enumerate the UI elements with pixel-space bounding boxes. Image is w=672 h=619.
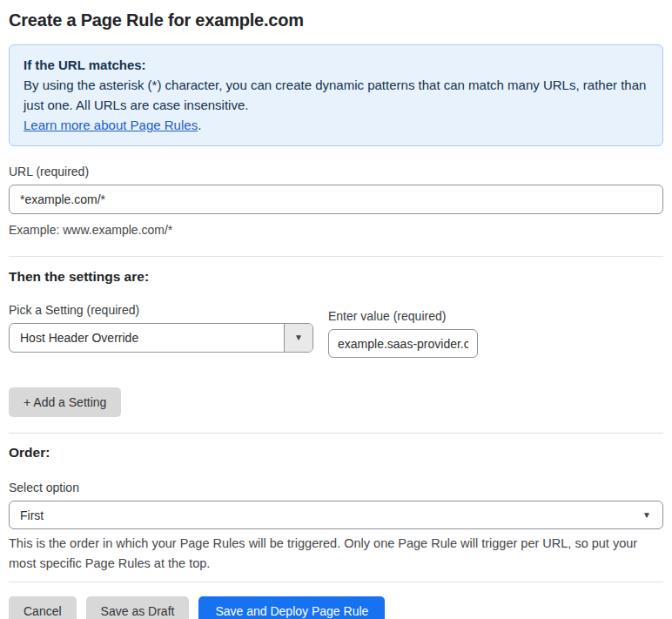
pick-setting-column: Pick a Setting (required) Host Header Ov…: [9, 303, 313, 353]
create-page-rule-form: Create a Page Rule for example.com If th…: [0, 0, 672, 619]
section-divider: [9, 256, 663, 257]
setting-row: Pick a Setting (required) Host Header Ov…: [9, 303, 663, 358]
pick-setting-label: Pick a Setting (required): [9, 303, 313, 317]
order-select-label: Select option: [9, 481, 663, 495]
url-label: URL (required): [9, 165, 663, 178]
setting-select-caret-button[interactable]: ▼: [284, 324, 312, 352]
add-setting-button[interactable]: + Add a Setting: [9, 387, 121, 417]
url-input[interactable]: [9, 185, 663, 214]
order-heading: Order:: [9, 445, 663, 461]
order-select-value: First: [10, 508, 642, 522]
page-title: Create a Page Rule for example.com: [9, 10, 663, 30]
chevron-down-icon: ▼: [642, 511, 651, 520]
url-field-group: URL (required) Example: www.example.com/…: [9, 165, 663, 240]
order-caret-wrap: ▼: [642, 511, 662, 520]
cancel-button[interactable]: Cancel: [9, 596, 77, 619]
setting-select[interactable]: Host Header Override ▼: [9, 323, 313, 353]
enter-value-column: Enter value (required): [328, 309, 478, 358]
url-example-helper: Example: www.example.com/*: [9, 220, 663, 240]
enter-value-label: Enter value (required): [328, 309, 478, 323]
chevron-down-icon: ▼: [294, 333, 303, 342]
url-matches-info-box: If the URL matches: By using the asteris…: [9, 44, 663, 146]
settings-heading: Then the settings are:: [9, 269, 663, 285]
setting-select-value: Host Header Override: [10, 331, 284, 345]
learn-more-link[interactable]: Learn more about Page Rules: [24, 118, 198, 132]
order-select[interactable]: First ▼: [9, 501, 663, 529]
save-deploy-button[interactable]: Save and Deploy Page Rule: [198, 596, 385, 619]
footer-actions: Cancel Save as Draft Save and Deploy Pag…: [9, 596, 663, 619]
info-box-body: By using the asterisk (*) character, you…: [24, 75, 648, 115]
order-helper-text: This is the order in which your Page Rul…: [9, 534, 663, 574]
save-draft-button[interactable]: Save as Draft: [86, 596, 190, 619]
section-divider: [9, 582, 663, 582]
setting-value-input[interactable]: [328, 329, 478, 358]
section-divider: [9, 433, 663, 434]
link-period: .: [198, 118, 201, 132]
info-box-link-line: Learn more about Page Rules.: [24, 115, 648, 135]
info-box-heading: If the URL matches:: [24, 55, 648, 75]
